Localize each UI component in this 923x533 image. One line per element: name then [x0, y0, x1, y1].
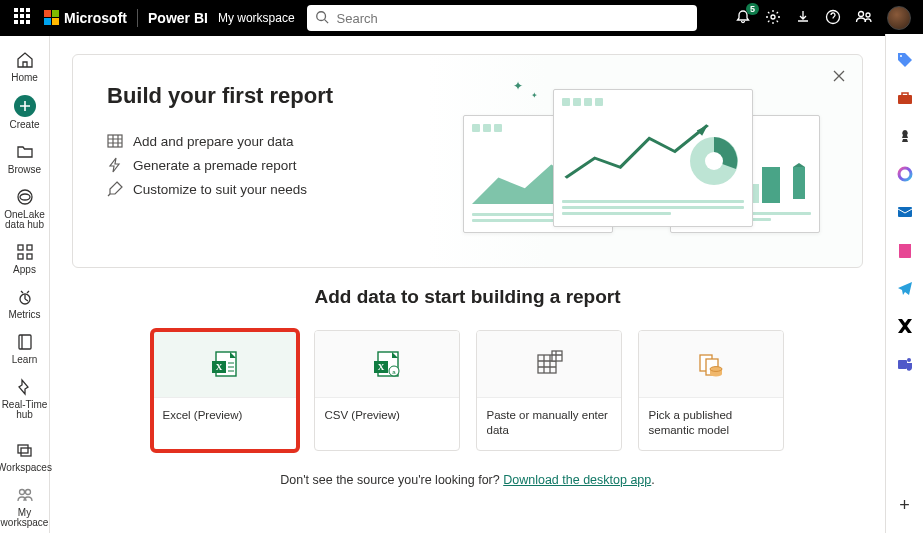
svg-text:X: X: [377, 362, 384, 372]
app-pink-icon[interactable]: [895, 240, 915, 260]
search-icon: [315, 10, 329, 27]
footer-suffix: .: [651, 473, 654, 487]
svg-rect-23: [108, 135, 122, 147]
nav-create-label: Create: [9, 120, 39, 130]
workspace-breadcrumb[interactable]: My workspace: [218, 11, 295, 25]
paste-icon: [477, 331, 621, 397]
teams-icon[interactable]: [895, 354, 915, 374]
nav-metrics[interactable]: Metrics: [0, 281, 49, 326]
nav-browse[interactable]: Browse: [0, 136, 49, 181]
svg-rect-25: [793, 167, 805, 199]
svg-point-22: [907, 358, 911, 362]
svg-rect-13: [18, 445, 28, 453]
myworkspace-icon: [15, 485, 35, 505]
learn-icon: [15, 332, 35, 352]
nav-home[interactable]: Home: [0, 44, 49, 89]
svg-rect-14: [21, 448, 31, 456]
nav-onelake[interactable]: OneLake data hub: [0, 181, 49, 236]
svg-line-1: [324, 20, 328, 24]
nav-learn[interactable]: Learn: [0, 326, 49, 371]
svg-text:X: X: [215, 362, 222, 372]
hero-step1: Add and prepare your data: [133, 134, 294, 149]
nav-create[interactable]: Create: [0, 89, 49, 136]
copilot-icon[interactable]: [895, 164, 915, 184]
tag-icon[interactable]: [895, 50, 915, 70]
svg-point-0: [316, 12, 325, 21]
nav-browse-label: Browse: [8, 165, 41, 175]
add-app-icon[interactable]: +: [895, 495, 915, 515]
footer-text: Don't see the source you're looking for?: [280, 473, 503, 487]
nav-myworkspace-label: My workspace: [0, 508, 49, 528]
svg-point-16: [25, 490, 30, 495]
table-icon: [107, 133, 123, 149]
nav-realtime[interactable]: Real-Time hub: [0, 371, 49, 426]
workspaces-icon: [15, 440, 35, 460]
microsoft-logo-icon: [44, 10, 60, 26]
microsoft-label: Microsoft: [64, 10, 127, 26]
notifications-icon[interactable]: 5: [735, 9, 751, 28]
notification-badge: 5: [746, 3, 759, 15]
product-name[interactable]: Power BI: [148, 10, 208, 26]
svg-rect-18: [898, 95, 912, 104]
hero-title: Build your first report: [107, 83, 453, 109]
realtime-icon: [15, 377, 35, 397]
footer-note: Don't see the source you're looking for?…: [50, 473, 885, 507]
semantic-icon: [639, 331, 783, 397]
nav-apps[interactable]: Apps: [0, 236, 49, 281]
card-excel[interactable]: X Excel (Preview): [152, 330, 298, 451]
nav-workspaces-label: Workspaces: [0, 463, 52, 473]
nav-myworkspace[interactable]: My workspace: [0, 479, 49, 533]
svg-point-5: [866, 13, 870, 17]
svg-point-2: [771, 15, 775, 19]
card-csv[interactable]: Xa CSV (Preview): [314, 330, 460, 451]
app-launcher-icon[interactable]: [14, 8, 34, 28]
help-icon[interactable]: [825, 9, 841, 28]
svg-rect-20: [898, 207, 912, 217]
svg-point-4: [859, 11, 864, 16]
card-semantic-label: Pick a published semantic model: [639, 397, 783, 450]
card-semantic[interactable]: Pick a published semantic model: [638, 330, 784, 451]
telegram-icon[interactable]: [895, 278, 915, 298]
excel-icon: X: [153, 331, 297, 397]
x-icon[interactable]: [895, 316, 915, 336]
card-excel-label: Excel (Preview): [153, 397, 297, 441]
card-paste[interactable]: Paste or manually enter data: [476, 330, 622, 451]
svg-rect-9: [18, 254, 23, 259]
outlook-icon[interactable]: [895, 202, 915, 222]
svg-point-19: [899, 168, 911, 180]
nav-learn-label: Learn: [12, 355, 38, 365]
lightning-icon: [107, 157, 123, 173]
nav-metrics-label: Metrics: [8, 310, 40, 320]
card-csv-label: CSV (Preview): [315, 397, 459, 441]
svg-rect-21: [898, 360, 907, 369]
svg-point-28: [705, 152, 723, 170]
hero-step3: Customize to suit your needs: [133, 182, 307, 197]
hero-illustration: ✦ ✦: [453, 83, 828, 243]
csv-icon: Xa: [315, 331, 459, 397]
people-icon[interactable]: [855, 9, 873, 28]
divider: [137, 9, 138, 27]
svg-rect-39: [552, 351, 562, 361]
close-hero-button[interactable]: [832, 69, 846, 86]
metrics-icon: [15, 287, 35, 307]
footer-link[interactable]: Download the desktop app: [503, 473, 651, 487]
chess-icon[interactable]: [895, 126, 915, 146]
user-avatar[interactable]: [887, 6, 911, 30]
settings-icon[interactable]: [765, 9, 781, 28]
microsoft-logo: Microsoft: [44, 10, 127, 26]
nav-realtime-label: Real-Time hub: [0, 400, 49, 420]
svg-point-17: [900, 55, 902, 57]
search-input[interactable]: [307, 5, 697, 31]
download-icon[interactable]: [795, 9, 811, 28]
svg-rect-10: [27, 254, 32, 259]
folder-icon: [15, 142, 35, 162]
section-title: Add data to start building a report: [50, 286, 885, 308]
nav-apps-label: Apps: [13, 265, 36, 275]
nav-workspaces[interactable]: Workspaces: [0, 434, 49, 479]
briefcase-icon[interactable]: [895, 88, 915, 108]
svg-rect-7: [18, 245, 23, 250]
onelake-icon: [15, 187, 35, 207]
create-icon: [14, 95, 36, 117]
nav-onelake-label: OneLake data hub: [0, 210, 49, 230]
svg-marker-26: [793, 163, 805, 167]
